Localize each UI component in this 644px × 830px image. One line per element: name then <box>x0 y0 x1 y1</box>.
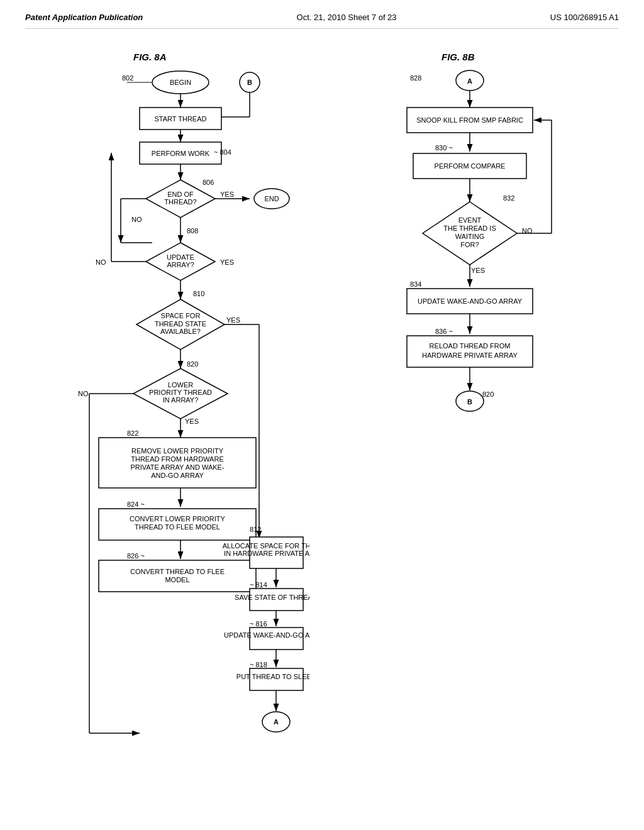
begin-node: BEGIN <box>170 79 191 86</box>
label-824: 824 ~ <box>127 501 145 508</box>
label-836: 836 ~ <box>435 328 453 335</box>
remove-lower-node: REMOVE LOWER PRIORITY <box>131 447 224 455</box>
svg-text:AND-GO ARRAY: AND-GO ARRAY <box>151 472 204 479</box>
page: Patent Application Publication Oct. 21, … <box>0 0 644 830</box>
start-thread-node: START THREAD <box>155 115 207 123</box>
svg-text:PRIVATE ARRAY AND WAKE-: PRIVATE ARRAY AND WAKE- <box>130 463 224 471</box>
label-816: ~ 816 <box>250 620 267 628</box>
label-834: 834 <box>410 280 421 288</box>
fig-8a-svg: FIG. 8A BEGIN 802 B START THREAD <box>64 48 309 790</box>
perform-work-node: PERFORM WORK <box>152 150 210 157</box>
header-publication: Patent Application Publication <box>25 13 143 22</box>
no-lower-priority: NO <box>78 390 89 397</box>
lower-priority-diamond: LOWER <box>168 381 193 389</box>
yes-lower-priority: YES <box>185 418 199 425</box>
A-connector-top-8b: A <box>467 77 472 85</box>
fig-8b-svg: FIG. 8B A 828 SNOOP KILL FROM SMP FABRIC… <box>347 48 580 790</box>
save-state-node: SAVE STATE OF THREAD <box>235 594 309 601</box>
svg-text:ARRAY?: ARRAY? <box>167 261 194 268</box>
label-810: 810 <box>193 290 204 297</box>
space-diamond: SPACE FOR <box>161 312 201 319</box>
A-connector-bottom: A <box>274 718 279 726</box>
svg-text:PRIORITY THREAD: PRIORITY THREAD <box>149 389 212 396</box>
no-update-array: NO <box>96 258 106 266</box>
label-b-820: 820 <box>482 390 494 398</box>
diagrams-container: FIG. 8A BEGIN 802 B START THREAD <box>25 42 619 799</box>
allocate-space-node: ALLOCATE SPACE FOR THREAD <box>223 542 309 550</box>
fig-8b-diagram: FIG. 8B A 828 SNOOP KILL FROM SMP FABRIC… <box>347 48 580 792</box>
convert-lower-node: CONVERT LOWER PRIORITY <box>130 515 225 523</box>
label-808: 808 <box>187 227 198 235</box>
reload-thread-node: RELOAD THREAD FROM <box>430 342 511 350</box>
end-of-thread-diamond: END OF <box>167 191 194 198</box>
svg-text:FOR?: FOR? <box>460 241 479 248</box>
svg-rect-33 <box>99 438 256 488</box>
label-828: 828 <box>410 74 421 82</box>
label-822: 822 <box>127 429 138 437</box>
label-814: ~ 814 <box>250 581 267 589</box>
svg-text:IN HARDWARE PRIVATE ARRAY: IN HARDWARE PRIVATE ARRAY <box>224 550 309 557</box>
svg-text:THE THREAD IS: THE THREAD IS <box>443 224 496 232</box>
fig-8b-label: FIG. 8B <box>441 52 475 62</box>
yes-update-array: YES <box>220 258 234 266</box>
put-sleep-node: PUT THREAD TO SLEEP <box>236 673 309 680</box>
yes-space: YES <box>226 316 240 324</box>
update-wakeandgo-8b-node: UPDATE WAKE-AND-GO ARRAY <box>418 297 523 305</box>
svg-text:MODEL: MODEL <box>165 576 189 584</box>
label-804: ~ 804 <box>214 148 231 156</box>
label-820: 820 <box>187 360 198 368</box>
convert-thread-node: CONVERT THREAD TO FLEE <box>130 568 225 575</box>
page-header: Patent Application Publication Oct. 21, … <box>25 13 619 29</box>
svg-text:THREAD FROM HARDWARE: THREAD FROM HARDWARE <box>131 455 223 463</box>
update-array-diamond: UPDATE <box>167 253 194 261</box>
yes-end-of-thread: YES <box>220 191 234 198</box>
label-812: 812 <box>250 526 261 533</box>
label-802: 802 <box>122 74 133 82</box>
no-end-of-thread-left: NO <box>131 216 142 223</box>
svg-text:THREAD STATE: THREAD STATE <box>155 320 206 328</box>
yes-event: YES <box>471 267 485 274</box>
svg-text:THREAD TO FLEE MODEL: THREAD TO FLEE MODEL <box>135 523 220 531</box>
snoop-kill-node: SNOOP KILL FROM SMP FABRIC <box>416 116 523 124</box>
header-date-sheet: Oct. 21, 2010 Sheet 7 of 23 <box>297 13 397 22</box>
label-818: ~ 818 <box>250 661 267 668</box>
svg-text:WAITING: WAITING <box>455 233 485 240</box>
B-connector-8b: B <box>467 398 472 406</box>
label-830: 830 ~ <box>435 144 453 152</box>
fig-8a-label: FIG. 8A <box>133 52 167 62</box>
update-wakeandgo-node: UPDATE WAKE-AND-GO ARRAY <box>224 631 309 639</box>
svg-text:AVAILABLE?: AVAILABLE? <box>160 328 201 335</box>
perform-compare-node: PERFORM COMPARE <box>435 162 506 170</box>
svg-text:HARDWARE PRIVATE ARRAY: HARDWARE PRIVATE ARRAY <box>422 351 518 359</box>
svg-text:IN ARRAY?: IN ARRAY? <box>163 396 199 404</box>
B-connector-top: B <box>247 79 252 86</box>
fig-8a-diagram: FIG. 8A BEGIN 802 B START THREAD <box>64 48 309 792</box>
label-832: 832 <box>503 194 514 202</box>
label-806: 806 <box>203 179 214 186</box>
label-826: 826 ~ <box>127 552 145 560</box>
event-diamond: EVENT <box>458 216 482 224</box>
svg-text:THREAD?: THREAD? <box>164 198 196 206</box>
end-node: END <box>264 195 279 202</box>
header-patent-number: US 100/268915 A1 <box>550 13 619 22</box>
